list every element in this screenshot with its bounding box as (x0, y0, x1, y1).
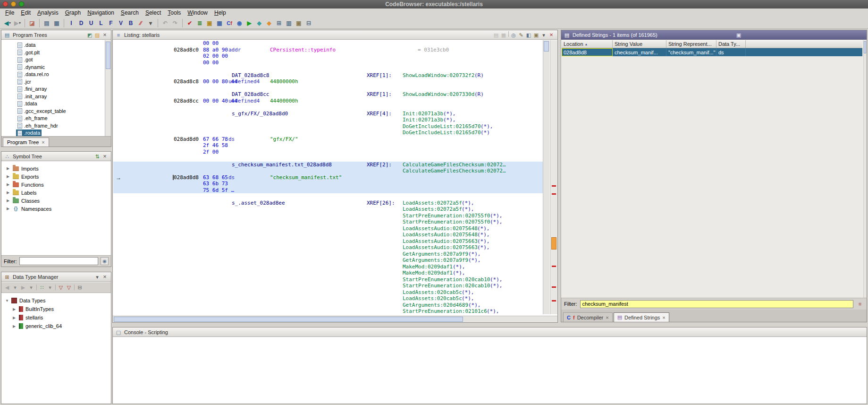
listing-field[interactable]: XREF[1]: (367, 91, 392, 98)
filter-settings-button[interactable]: ◉ (101, 257, 109, 265)
listing-line[interactable]: DAT_028ad8c8XREF[1]:ShowLoadWindow:02073… (113, 72, 544, 79)
string-row-cell[interactable]: ds (716, 48, 746, 56)
listing-marker-strip[interactable] (550, 40, 557, 314)
function-graph-icon[interactable]: ◉ (235, 18, 244, 28)
listing-field[interactable]: CPersistent::typeinfo (270, 47, 336, 53)
listing-field[interactable]: 028ad8c0 (174, 47, 199, 53)
menu-file[interactable]: File (2, 9, 17, 17)
run-script-button[interactable]: ▶ (244, 18, 254, 28)
tree-item-data-types[interactable]: ▼ Data Types (1, 296, 111, 305)
listing-field[interactable]: (*), (477, 238, 490, 245)
listing-line[interactable]: 00 00 (113, 40, 544, 47)
listing-line[interactable]: LoadAssetsAudio:02075648(*), (113, 232, 544, 238)
previous-type-button[interactable]: ◀ (3, 284, 11, 291)
field-formatter-icon[interactable]: ✎ (517, 31, 525, 39)
caret-icon[interactable]: ▾ (11, 284, 19, 291)
listing-line[interactable]: StartPreEnumeration:020755f0(*), (113, 219, 544, 225)
expand-icon[interactable]: ▶ (13, 324, 17, 328)
tab-program-tree[interactable]: Program Tree × (3, 138, 49, 146)
string-row-cell[interactable]: checksum_manif... (613, 48, 666, 56)
menu-help[interactable]: Help (211, 9, 229, 17)
strings-table-body[interactable] (562, 56, 862, 298)
listing-field[interactable]: (*), (490, 213, 503, 219)
minimize-window-button[interactable] (11, 1, 16, 7)
listing-field[interactable]: (R) (474, 91, 484, 98)
listing-line[interactable]: DAT_028ad8ccXREF[1]:ShowLoadWindow:02073… (113, 91, 544, 98)
menu-select[interactable]: Select (142, 9, 164, 17)
listing-field[interactable]: ShowLoadWindow:0207330d (403, 91, 474, 98)
tree-item-fini_array[interactable]: .fini_array (2, 86, 104, 93)
listing-line[interactable]: LoadAssets:020cab5c(*), (113, 289, 544, 296)
listing-field[interactable]: 67 66 78 (203, 136, 228, 143)
listing-line[interactable]: s_.asset_028ad8eeXREF[26]:LoadAssets:020… (113, 200, 544, 207)
listing-field[interactable]: LoadAssets:02072a5f (403, 200, 462, 207)
menu-graph[interactable]: Graph (62, 9, 84, 17)
listing-field[interactable]: (*), (462, 289, 474, 296)
listing-field[interactable]: ShowLoadWindow:020732f2 (403, 72, 474, 79)
script-manager-icon[interactable]: ≣ (195, 18, 204, 28)
listing-field[interactable]: 028ad8d0 (174, 136, 199, 143)
close-icon[interactable]: × (101, 31, 109, 39)
close-icon[interactable]: × (101, 153, 109, 160)
column-header-string-value[interactable]: String Value (613, 40, 666, 48)
listing-line[interactable] (113, 104, 544, 111)
menu-caret-icon[interactable]: ▾ (93, 273, 101, 281)
listing-line[interactable]: 028ad8c088 a0 90addrCPersistent::typeinf… (113, 47, 544, 53)
tree-item-generic_clib_64[interactable]: ▶generic_clib_64 (1, 322, 111, 330)
listing-line[interactable]: 2f 46 58 (113, 142, 544, 149)
menu-caret-icon[interactable]: ▾ (540, 31, 548, 39)
close-window-button[interactable] (3, 1, 8, 7)
listing-field[interactable]: GetArguments:0207a9f9 (403, 257, 468, 264)
data-type-icon[interactable]: ◆ (254, 18, 264, 28)
forward-nav-button[interactable]: ▶▾ (13, 18, 22, 28)
nav-variable-icon[interactable]: V (116, 18, 126, 28)
listing-field[interactable]: Init:02071a3b (403, 117, 443, 123)
tree-item-eh_frame[interactable]: .eh_frame (2, 115, 104, 122)
listing-line[interactable]: LoadAssetsAudio:02075663(*), (113, 238, 544, 245)
listing-field[interactable]: (R) (474, 72, 484, 79)
listing-field[interactable]: StartPreEnumeration:020cab10 (403, 283, 490, 289)
listing-line[interactable]: DoGetIncludeList:02165d70(*), (113, 123, 544, 130)
tree-item-stellaris[interactable]: ▶stellaris (1, 313, 111, 322)
listing-field[interactable]: StartPreEnumeration:020cab10 (403, 276, 490, 283)
listing-field[interactable]: "gfx/FX/" (270, 136, 298, 143)
listing-field[interactable]: (*), (487, 308, 499, 314)
checkout-icon[interactable]: ⊟ (304, 18, 313, 28)
listing-field[interactable]: (*), (490, 283, 503, 289)
listing-line[interactable]: GetArguments:0207a9f9(*), (113, 257, 544, 264)
listing-line[interactable]: MakeMod:0209daf1(*), (113, 264, 544, 270)
listing-field[interactable]: (*), (462, 295, 474, 302)
strings-filter-input[interactable] (580, 300, 854, 308)
listing-line[interactable] (113, 85, 544, 92)
scrollbar-thumb[interactable] (864, 41, 866, 53)
back-nav-button[interactable]: ◀▾ (3, 18, 12, 28)
listing-field[interactable]: LoadAssetsAudio:02075648 (403, 232, 478, 238)
menu-tools[interactable]: Tools (164, 9, 184, 17)
nav-bookmark-icon[interactable]: B (126, 18, 135, 28)
tree-item-got.plt[interactable]: .got.plt (2, 49, 104, 57)
listing-field[interactable]: MakeMod:0209daf1 (403, 270, 453, 276)
listing-vertical-scrollbar[interactable] (543, 40, 549, 314)
listing-field[interactable]: XREF[2]: (367, 162, 392, 168)
listing-line[interactable]: 028ad8d067 66 78ds"gfx/FX/" (113, 136, 544, 143)
listing-field[interactable]: undefined4 (228, 98, 260, 104)
listing-line[interactable]: CalculateGameFilesChecksum:02072… (113, 168, 544, 174)
listing-field[interactable]: = 031e3cb0 (418, 47, 449, 53)
listing-field[interactable]: (*), (453, 270, 465, 276)
listing-horizontal-scrollbar[interactable] (113, 316, 557, 322)
expand-icon[interactable]: ▶ (7, 198, 10, 203)
tree-item-tdata[interactable]: .tdata (2, 100, 104, 108)
cursor-location-icon[interactable]: ◎ (510, 31, 517, 39)
scrollbar-thumb[interactable] (544, 41, 549, 52)
tab-defined-strings[interactable]: ▤Defined Strings× (614, 312, 669, 322)
symbol-tree-item-imports[interactable]: ▶Imports (2, 164, 110, 172)
column-header-string-represent-[interactable]: String Represent... (666, 40, 716, 48)
listing-field[interactable]: (*), (468, 251, 481, 258)
listing-field[interactable]: StartPreEnumeration:020755f0 (403, 213, 490, 219)
listing-field[interactable]: XREF[1]: (367, 72, 392, 79)
listing-line[interactable] (113, 193, 544, 200)
listing-line[interactable]: GetArguments:020d4689(*), (113, 302, 544, 309)
listing-field[interactable]: XREF[26]: (367, 200, 395, 207)
bookmarks-icon[interactable]: ▣ (205, 18, 214, 28)
expand-icon[interactable]: ▶ (7, 207, 10, 211)
